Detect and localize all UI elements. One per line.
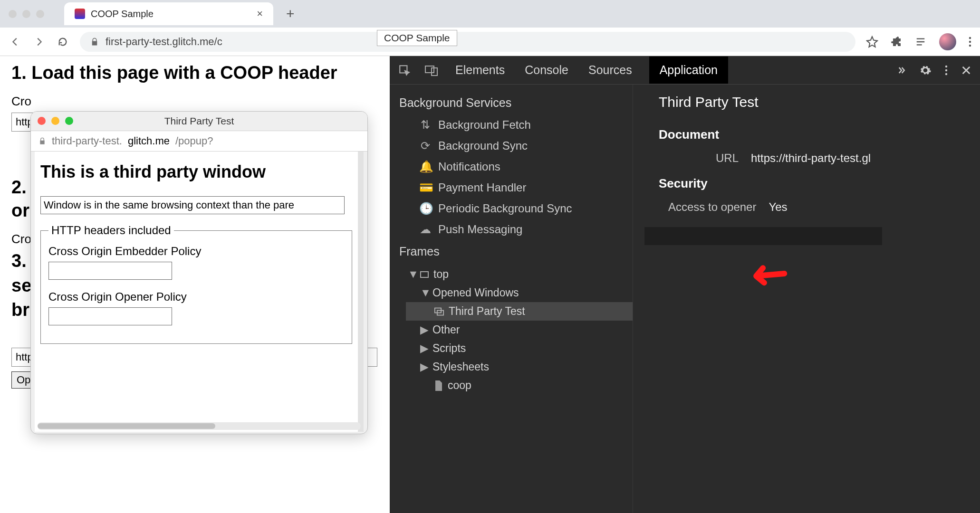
- favicon-icon: [75, 9, 85, 19]
- popup-close-dot[interactable]: [38, 117, 46, 125]
- popup-maximize-dot[interactable]: [65, 117, 73, 125]
- address-tooltip: COOP Sample: [377, 30, 457, 46]
- more-tabs-icon[interactable]: [896, 66, 906, 75]
- lock-icon: [38, 137, 46, 145]
- menu-icon[interactable]: [969, 36, 971, 48]
- windows-icon: [434, 307, 444, 316]
- close-icon[interactable]: ×: [257, 8, 263, 20]
- lock-icon: [90, 37, 99, 47]
- tab-title: COOP Sample: [91, 9, 251, 19]
- devtools-toolbar: Elements Console Sources Application: [390, 56, 980, 85]
- tab-sources[interactable]: Sources: [586, 57, 635, 84]
- popup-content: This is a third party window HTTP header…: [35, 152, 364, 432]
- sidebar-item-sync[interactable]: ⟳Background Sync: [390, 135, 633, 156]
- gear-icon[interactable]: [919, 64, 932, 76]
- url-label: URL: [716, 152, 739, 165]
- url-value: https://third-party-test.gl: [751, 152, 871, 165]
- reading-list-icon[interactable]: [914, 37, 927, 47]
- cloud-icon: ☁: [419, 223, 432, 236]
- back-button[interactable]: [9, 35, 22, 48]
- minimize-dot[interactable]: [22, 10, 30, 18]
- tree-third-party[interactable]: Third Party Test: [406, 302, 633, 321]
- clock-icon: 🕒: [419, 202, 432, 215]
- tab-console[interactable]: Console: [522, 57, 571, 84]
- coep-input[interactable]: [48, 262, 172, 280]
- popup-titlebar[interactable]: Third Party Test: [31, 112, 367, 131]
- address-text: first-party-test.glitch.me/c: [106, 36, 222, 48]
- sidebar-item-notifications[interactable]: 🔔Notifications: [390, 156, 633, 177]
- devtools-detail-panel: Third Party Test Document URLhttps://thi…: [633, 85, 980, 513]
- popup-scrollbar[interactable]: [38, 422, 361, 430]
- kebab-icon[interactable]: [945, 65, 948, 76]
- access-opener-value: Yes: [769, 200, 787, 214]
- svg-point-2: [969, 44, 971, 46]
- coop-label: Cross Origin Opener Policy: [48, 290, 344, 304]
- tree-opened-windows[interactable]: ▼Opened Windows: [406, 284, 633, 302]
- browser-chrome: COOP Sample × + first-party-test.glitch.…: [0, 0, 980, 56]
- window-controls: [9, 10, 44, 18]
- tab-strip: COOP Sample × +: [0, 0, 980, 28]
- svg-point-0: [969, 37, 971, 38]
- tree-stylesheets[interactable]: ▶Stylesheets: [406, 358, 633, 376]
- page-heading-1: 1. Load this page with a COOP header: [11, 63, 378, 84]
- svg-rect-4: [425, 66, 434, 73]
- sidebar-item-periodic[interactable]: 🕒Periodic Background Sync: [390, 198, 633, 219]
- extensions-icon[interactable]: [891, 36, 902, 48]
- popup-heading: This is a third party window: [40, 162, 352, 182]
- fetch-icon: ⇅: [419, 118, 432, 132]
- tab-elements[interactable]: Elements: [452, 57, 508, 84]
- reload-button[interactable]: [56, 35, 69, 48]
- bell-icon: 🔔: [419, 160, 432, 173]
- tree-scripts[interactable]: ▶Scripts: [406, 339, 633, 358]
- close-dot[interactable]: [9, 10, 17, 18]
- forward-button[interactable]: [32, 35, 46, 48]
- browser-toolbar: first-party-test.glitch.me/c COOP Sample: [0, 28, 980, 56]
- svg-point-6: [945, 65, 947, 67]
- sidebar-item-push[interactable]: ☁Push Messaging: [390, 219, 633, 240]
- devtools-body: Background Services ⇅Background Fetch ⟳B…: [390, 85, 980, 513]
- sidebar-section-bg: Background Services: [390, 91, 633, 114]
- new-tab-button[interactable]: +: [286, 6, 295, 22]
- popup-url-pre: third-party-test.: [52, 135, 122, 147]
- devtools-panel: Elements Console Sources Application: [390, 56, 980, 513]
- popup-addressbar[interactable]: third-party-test.glitch.me/popup?: [31, 131, 367, 152]
- access-opener-label: Access to opener: [668, 200, 756, 214]
- tab-application[interactable]: Application: [649, 57, 728, 84]
- tree-other[interactable]: ▶Other: [406, 321, 633, 339]
- browser-tab[interactable]: COOP Sample ×: [64, 2, 273, 25]
- sidebar-section-frames: Frames: [390, 240, 633, 263]
- coop-input[interactable]: [48, 307, 172, 325]
- tree-coop[interactable]: coop: [406, 376, 633, 395]
- maximize-dot[interactable]: [36, 10, 44, 18]
- empty-row: [644, 227, 882, 245]
- svg-point-7: [945, 69, 947, 71]
- sync-icon: ⟳: [419, 139, 432, 152]
- close-devtools-icon[interactable]: [961, 65, 971, 76]
- panel-title: Third Party Test: [659, 94, 969, 110]
- svg-point-1: [969, 40, 971, 42]
- panel-section-security: Security: [659, 176, 969, 191]
- sidebar-item-payment[interactable]: 💳Payment Handler: [390, 177, 633, 198]
- popup-message-input[interactable]: [40, 196, 345, 214]
- tree-top[interactable]: ▼top: [406, 265, 633, 284]
- window-icon: [420, 271, 429, 278]
- popup-url-host: glitch.me: [128, 135, 170, 147]
- coep-label: Cross Origin Embedder Policy: [48, 245, 344, 258]
- sidebar-item-fetch[interactable]: ⇅Background Fetch: [390, 114, 633, 135]
- popup-minimize-dot[interactable]: [51, 117, 59, 125]
- device-icon[interactable]: [425, 64, 438, 76]
- popup-legend: HTTP headers included: [48, 224, 174, 237]
- popup-url-path: /popup?: [175, 135, 213, 147]
- toolbar-icons: [866, 33, 971, 50]
- profile-avatar[interactable]: [939, 33, 956, 50]
- frames-tree: ▼top ▼Opened Windows Third Party Test ▶O…: [390, 263, 633, 397]
- address-bar[interactable]: first-party-test.glitch.me/c COOP Sample: [80, 32, 855, 52]
- inspect-icon[interactable]: [398, 64, 411, 76]
- popup-headers-fieldset: HTTP headers included Cross Origin Embed…: [40, 224, 352, 344]
- file-icon: [434, 380, 443, 391]
- panel-section-document: Document: [659, 127, 969, 142]
- svg-point-8: [945, 73, 947, 75]
- devtools-sidebar: Background Services ⇅Background Fetch ⟳B…: [390, 85, 633, 513]
- star-icon[interactable]: [866, 36, 878, 48]
- card-icon: 💳: [419, 181, 432, 194]
